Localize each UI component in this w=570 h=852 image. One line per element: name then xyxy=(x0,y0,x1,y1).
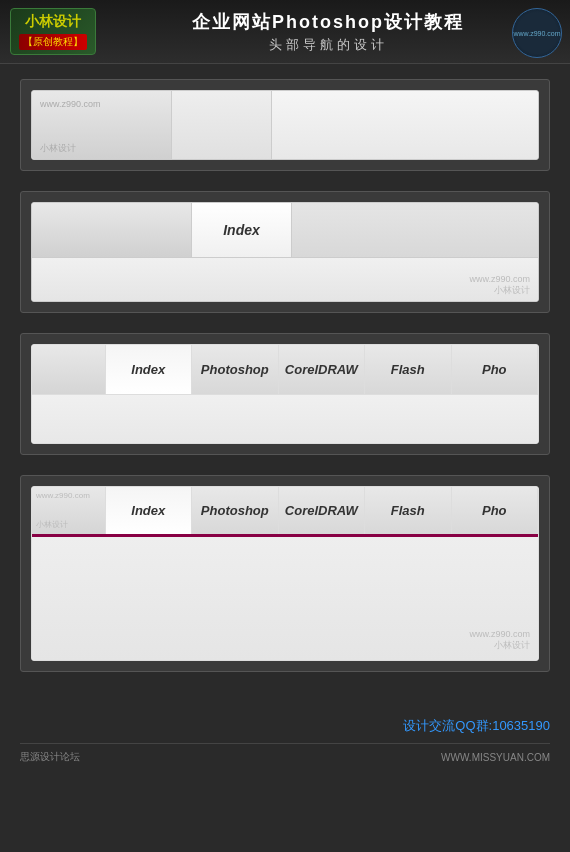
nav-right-1 xyxy=(272,91,538,159)
nav-demo-1: www.z990.com 小林设计 xyxy=(31,90,539,160)
main-content: www.z990.com 小林设计 Index www.z990.com xyxy=(0,64,570,707)
nav-middle-1 xyxy=(172,91,272,159)
nav-demo-2-row: Index xyxy=(32,203,538,258)
nav-demo-4: www.z990.com 小林设计 Index Photoshop CorelD… xyxy=(31,486,539,661)
wm1-top: www.z990.com xyxy=(40,99,101,109)
tutorial-block-4: www.z990.com 小林设计 Index Photoshop CorelD… xyxy=(20,475,550,672)
sub-title: 头部导航的设计 xyxy=(96,36,560,54)
logo-box: 小林设计 【原创教程】 xyxy=(10,8,96,55)
footer-site: WWW.MISSYUAN.COM xyxy=(441,752,550,763)
logo-top: 小林设计 xyxy=(19,13,87,31)
nav-logo-area-1: www.z990.com 小林设计 xyxy=(32,91,172,159)
main-title: 企业网站Photoshop设计教程 xyxy=(96,10,560,34)
wm4-bot: 小林设计 xyxy=(469,639,530,652)
tutorial-block-2-inner: Index www.z990.com 小林设计 xyxy=(31,202,539,302)
nav-demo-2-tab-index: Index xyxy=(192,203,292,257)
nav-demo-3-row: Index Photoshop CorelDRAW Flash Pho xyxy=(32,345,538,395)
nav-demo-3-tab-index[interactable]: Index xyxy=(106,345,193,394)
nav-demo-4-tab-coreldraw[interactable]: CorelDRAW xyxy=(279,487,366,534)
nav-demo-4-tab-photoshop[interactable]: Photoshop xyxy=(192,487,279,534)
watermark-site: www.z990.com xyxy=(513,30,560,37)
wm4-logo1: www.z990.com xyxy=(36,491,90,500)
footer-bottom: 思源设计论坛 WWW.MISSYUAN.COM xyxy=(20,743,550,764)
wm4-logo2: 小林设计 xyxy=(36,519,68,530)
footer-logo: 思源设计论坛 xyxy=(20,750,80,764)
nav-demo-4-body: www.z990.com 小林设计 xyxy=(32,537,538,660)
nav-demo-3-body xyxy=(32,395,538,443)
nav-demo-3-logo xyxy=(32,345,106,394)
wm4-top: www.z990.com xyxy=(469,629,530,639)
nav-demo-3-tab-coreldraw[interactable]: CorelDRAW xyxy=(279,345,366,394)
nav-demo-2-rest xyxy=(292,203,538,257)
nav-demo-4-tab-index[interactable]: Index xyxy=(106,487,193,534)
nav-demo-4-row: www.z990.com 小林设计 Index Photoshop CorelD… xyxy=(32,487,538,537)
nav-demo-2-logo xyxy=(32,203,192,257)
wm2-bot: 小林设计 xyxy=(469,284,530,297)
header-title: 企业网站Photoshop设计教程 头部导航的设计 xyxy=(96,10,560,54)
tutorial-block-1-inner: www.z990.com 小林设计 xyxy=(31,90,539,160)
header: 小林设计 【原创教程】 企业网站Photoshop设计教程 头部导航的设计 ww… xyxy=(0,0,570,64)
tutorial-block-3-inner: Index Photoshop CorelDRAW Flash Pho xyxy=(31,344,539,444)
nav-demo-4-logo: www.z990.com 小林设计 xyxy=(32,487,106,534)
tutorial-block-1: www.z990.com 小林设计 xyxy=(20,79,550,171)
footer: 设计交流QQ群:10635190 思源设计论坛 WWW.MISSYUAN.COM xyxy=(0,707,570,774)
nav-demo-4-tab-pho[interactable]: Pho xyxy=(452,487,539,534)
header-watermark: www.z990.com xyxy=(512,8,562,58)
wm1-bot: 小林设计 xyxy=(40,142,76,155)
nav-demo-3: Index Photoshop CorelDRAW Flash Pho xyxy=(31,344,539,444)
tutorial-block-4-inner: www.z990.com 小林设计 Index Photoshop CorelD… xyxy=(31,486,539,661)
wm2-top: www.z990.com xyxy=(469,274,530,284)
nav-demo-3-tab-photoshop[interactable]: Photoshop xyxy=(192,345,279,394)
nav-demo-3-tab-pho[interactable]: Pho xyxy=(452,345,539,394)
nav-demo-2: Index www.z990.com 小林设计 xyxy=(31,202,539,302)
nav-demo-3-tab-flash[interactable]: Flash xyxy=(365,345,452,394)
footer-qq: 设计交流QQ群:10635190 xyxy=(20,717,550,735)
wm2-overlay: www.z990.com 小林设计 xyxy=(469,274,530,297)
logo-bottom: 【原创教程】 xyxy=(19,34,87,50)
tutorial-block-3: Index Photoshop CorelDRAW Flash Pho xyxy=(20,333,550,455)
wm4-body: www.z990.com 小林设计 xyxy=(469,629,530,652)
nav-demo-2-bottom: www.z990.com 小林设计 xyxy=(32,258,538,301)
tutorial-block-2: Index www.z990.com 小林设计 xyxy=(20,191,550,313)
nav-demo-4-tab-flash[interactable]: Flash xyxy=(365,487,452,534)
